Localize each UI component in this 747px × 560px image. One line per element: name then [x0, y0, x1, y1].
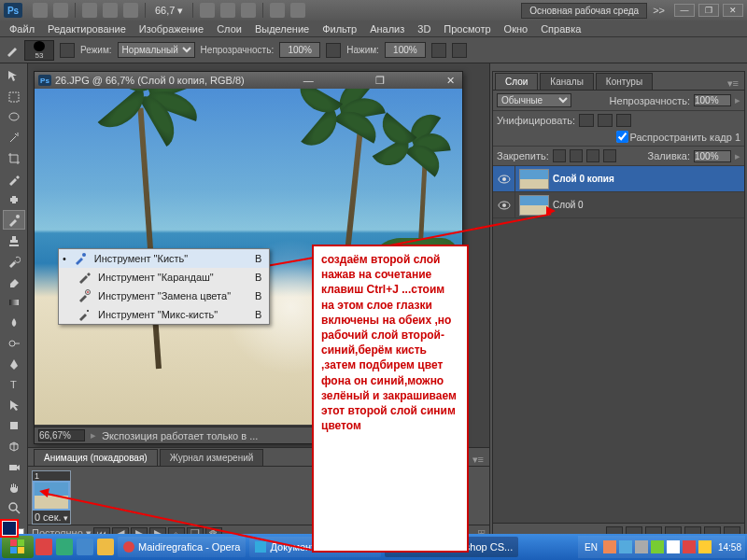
menu-select[interactable]: Выделение — [248, 23, 316, 35]
tab-measurement-log[interactable]: Журнал измерений — [160, 449, 264, 466]
path-select-tool[interactable] — [3, 395, 25, 414]
panel-menu-icon[interactable]: ▾≡ — [467, 454, 489, 466]
language-indicator[interactable]: EN — [582, 542, 600, 553]
ql-app3-icon[interactable] — [77, 539, 93, 555]
flyout-pencil[interactable]: Инструмент "Карандаш"B — [59, 268, 269, 287]
flyout-color-replace[interactable]: Инструмент "Замена цвета"B — [59, 287, 269, 305]
zoom-tool[interactable] — [3, 497, 25, 517]
window-maximize[interactable]: ❐ — [698, 4, 719, 17]
hand-tool[interactable] — [3, 477, 25, 497]
layer-row-1[interactable]: Слой 0 — [493, 192, 744, 218]
menu-analysis[interactable]: Анализ — [363, 23, 411, 35]
3d-camera-tool[interactable] — [3, 456, 25, 476]
tab-channels[interactable]: Каналы — [540, 73, 594, 90]
brush-tool[interactable] — [3, 210, 25, 230]
view-grid-icon[interactable] — [123, 3, 138, 18]
tab-layers[interactable]: Слои — [495, 73, 538, 90]
window-close[interactable]: ✕ — [723, 4, 743, 17]
marquee-tool[interactable] — [3, 87, 25, 106]
window-minimize[interactable]: — — [674, 4, 695, 17]
wand-tool[interactable] — [3, 128, 25, 147]
menu-view[interactable]: Просмотр — [437, 23, 497, 35]
layer-blend-select[interactable]: Обычные — [497, 93, 571, 107]
document-close[interactable]: ✕ — [444, 75, 458, 87]
brush-panel-toggle-icon[interactable] — [60, 43, 75, 58]
healing-tool[interactable] — [3, 189, 25, 209]
menu-edit[interactable]: Редактирование — [41, 23, 133, 35]
taskbar-item-0[interactable]: Maidiregrafica - Opera — [118, 537, 246, 557]
screen-mode-icon[interactable] — [290, 3, 305, 18]
lock-position-icon[interactable] — [586, 149, 599, 162]
menu-help[interactable]: Справка — [534, 23, 587, 35]
tab-animation[interactable]: Анимация (покадровая) — [34, 449, 158, 466]
foreground-color[interactable] — [2, 521, 17, 536]
size-pressure-icon[interactable] — [452, 43, 467, 58]
eyedropper-tool[interactable] — [3, 169, 25, 189]
workspace-switcher[interactable]: Основная рабочая среда — [521, 3, 647, 19]
menu-filter[interactable]: Фильтр — [316, 23, 363, 35]
tray-icon-4[interactable] — [651, 540, 664, 553]
menu-file[interactable]: Файл — [3, 23, 41, 35]
flyout-brush[interactable]: • Инструмент "Кисть"B — [59, 249, 269, 268]
pen-tool[interactable] — [3, 354, 25, 373]
propagate-frame-checkbox[interactable]: Распространить кадр 1 — [616, 131, 740, 143]
tool-preset-icon[interactable] — [6, 44, 19, 57]
unify-position-icon[interactable] — [579, 114, 594, 127]
airbrush-icon[interactable] — [431, 43, 446, 58]
bridge-icon[interactable] — [33, 3, 48, 18]
flow-input[interactable] — [385, 42, 426, 58]
tray-icon-3[interactable] — [635, 540, 648, 553]
flyout-mixer-brush[interactable]: Инструмент "Микс-кисть"B — [59, 305, 269, 324]
hand-tool-icon[interactable] — [200, 3, 215, 18]
history-brush-tool[interactable] — [3, 251, 25, 271]
crop-tool[interactable] — [3, 148, 25, 168]
tab-paths[interactable]: Контуры — [596, 73, 653, 90]
zoom-display[interactable]: 66,7 ▾ — [155, 5, 183, 17]
menu-3d[interactable]: 3D — [411, 23, 437, 35]
menu-layer[interactable]: Слои — [210, 23, 248, 35]
gradient-tool[interactable] — [3, 292, 25, 312]
menu-image[interactable]: Изображение — [133, 23, 210, 35]
tray-icon-5[interactable] — [667, 540, 680, 553]
layer-thumbnail[interactable] — [519, 195, 549, 216]
shape-tool[interactable] — [3, 415, 25, 435]
tray-icon-7[interactable] — [698, 540, 712, 553]
view-extras-icon[interactable] — [82, 3, 97, 18]
rotate-view-icon[interactable] — [241, 3, 256, 18]
brush-preview[interactable]: 53 — [24, 40, 54, 61]
ql-opera-icon[interactable] — [35, 539, 52, 555]
layer-thumbnail[interactable] — [519, 169, 549, 189]
move-tool[interactable] — [3, 66, 25, 86]
layer-visibility-icon[interactable] — [493, 166, 515, 191]
layer-opacity-input[interactable] — [694, 94, 731, 106]
fill-input[interactable] — [694, 150, 731, 162]
layer-name[interactable]: Слой 0 — [553, 200, 584, 210]
eraser-tool[interactable] — [3, 272, 25, 291]
lasso-tool[interactable] — [3, 107, 25, 127]
ql-app4-icon[interactable] — [97, 539, 114, 555]
lock-pixels-icon[interactable] — [570, 149, 583, 162]
3d-tool[interactable] — [3, 436, 25, 455]
layer-name[interactable]: Слой 0 копия — [553, 174, 614, 184]
unify-visibility-icon[interactable] — [598, 114, 613, 127]
document-titlebar[interactable]: Ps 26.JPG @ 66,7% (Слой 0 копия, RGB/8) … — [35, 72, 462, 89]
blur-tool[interactable] — [3, 313, 25, 332]
tray-icon-2[interactable] — [619, 540, 632, 553]
menu-window[interactable]: Окно — [498, 23, 535, 35]
layers-menu-icon[interactable]: ▾≡ — [722, 77, 744, 90]
lock-transparent-icon[interactable] — [553, 149, 566, 162]
arrange-docs-icon[interactable] — [270, 3, 285, 18]
tray-icon-6[interactable] — [683, 540, 696, 553]
document-minimize[interactable]: — — [301, 75, 316, 86]
document-zoom-input[interactable] — [38, 429, 85, 441]
opacity-input[interactable] — [279, 42, 320, 58]
tray-icon-1[interactable] — [603, 540, 616, 553]
type-tool[interactable]: T — [3, 374, 25, 394]
workspace-expand[interactable]: >> — [647, 5, 670, 16]
opacity-pressure-icon[interactable] — [326, 43, 341, 58]
document-maximize[interactable]: ❐ — [373, 75, 388, 87]
dodge-tool[interactable] — [3, 333, 25, 353]
zoom-tool-icon[interactable] — [220, 3, 235, 18]
stamp-tool[interactable] — [3, 231, 25, 250]
lock-all-icon[interactable] — [603, 149, 616, 162]
